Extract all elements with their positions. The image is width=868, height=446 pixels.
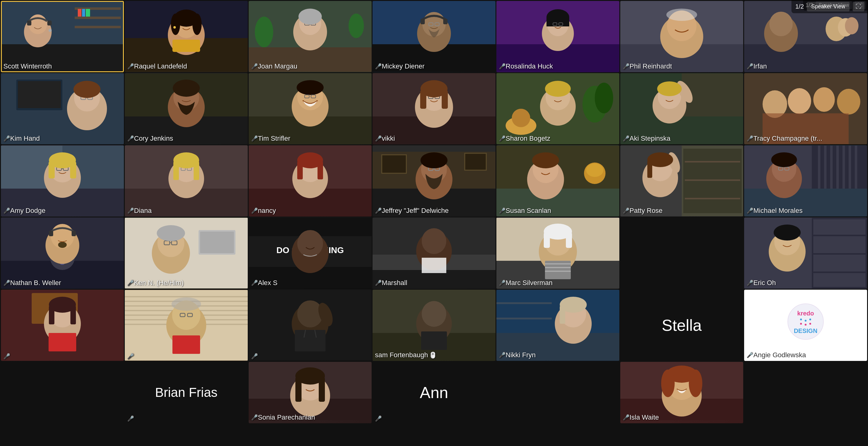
svg-point-67 bbox=[73, 81, 100, 98]
video-cell-sonia[interactable]: 🎤 Sonia Parechanian bbox=[249, 362, 372, 423]
svg-rect-246 bbox=[125, 296, 248, 297]
video-cell-rosalinda[interactable]: 🎤 Rosalinda Huck bbox=[496, 1, 619, 72]
video-cell-jeffrey[interactable]: 🎤 Jeffrey "Jeff" Delwiche bbox=[373, 145, 495, 217]
video-cell-sam[interactable]: sam Fortenbaugh 🖱️ bbox=[373, 290, 495, 361]
video-cell-vikki[interactable]: 🎤 vikki bbox=[373, 73, 495, 145]
name-text-eric: Eric Oh bbox=[753, 279, 776, 287]
svg-rect-21 bbox=[173, 40, 200, 52]
video-cell-sharon[interactable]: 🎤 Sharon Bogetz bbox=[496, 73, 619, 145]
svg-point-302 bbox=[689, 370, 702, 397]
video-cell-mickey[interactable]: 🎤 Mickey Diener bbox=[373, 1, 495, 72]
svg-rect-295 bbox=[319, 377, 325, 402]
video-cell-marc[interactable]: 🎤 Marc Silverman bbox=[496, 218, 619, 289]
name-text-tim: Tim Strifler bbox=[258, 134, 290, 142]
video-cell-ann[interactable]: Ann 🎤 bbox=[373, 362, 495, 423]
name-text-mickey: Mickey Diener bbox=[382, 62, 425, 70]
video-cell-amy[interactable]: 🎤 Amy Dodge bbox=[1, 145, 124, 217]
video-cell-nathan[interactable]: g 🎤 Nathan B. Weller bbox=[1, 218, 124, 289]
name-label-tracy: 🎤 Tracy Champagne (tr... bbox=[747, 134, 822, 142]
mute-icon-mickey: 🎤 bbox=[375, 64, 380, 69]
mute-icon-r5c3: 🎤 bbox=[251, 354, 257, 359]
name-label-eric: 🎤 Eric Oh bbox=[747, 279, 776, 287]
mute-icon-joan: 🎤 bbox=[251, 64, 257, 69]
name-label-r5c1: 🎤 bbox=[3, 354, 10, 359]
name-label-kim: 🎤 Kim Hand bbox=[3, 134, 40, 142]
mute-icon-tim: 🎤 bbox=[251, 136, 257, 141]
video-cell-cory[interactable]: 🎤 Cory Jenkins bbox=[125, 73, 248, 145]
large-name-ann: Ann bbox=[373, 383, 495, 402]
name-label-ann: 🎤 bbox=[375, 416, 380, 421]
name-label-aki: 🎤 Aki Stepinska bbox=[623, 134, 670, 142]
svg-point-19 bbox=[192, 13, 202, 35]
video-cell-r5c2[interactable]: 🎤 bbox=[125, 290, 248, 361]
name-label-rosalinda: 🎤 Rosalinda Huck bbox=[499, 62, 553, 70]
name-label-scott: Scott Winterroth bbox=[3, 62, 52, 70]
svg-point-235 bbox=[774, 225, 801, 241]
video-cell-r5c3[interactable]: 🎤 bbox=[249, 290, 372, 361]
svg-rect-172 bbox=[818, 146, 820, 189]
svg-rect-142 bbox=[382, 155, 406, 173]
mute-icon-nathan: 🎤 bbox=[3, 280, 9, 286]
fullscreen-button[interactable]: ⛶ bbox=[852, 2, 864, 11]
video-cell-brian[interactable]: Brian Frias 🎤 bbox=[125, 362, 248, 423]
svg-rect-279 bbox=[560, 306, 565, 324]
name-label-brian: 🎤 bbox=[127, 416, 133, 421]
svg-rect-138 bbox=[297, 162, 303, 180]
video-cell-r5c1[interactable]: 🎤 bbox=[1, 290, 124, 361]
name-label-nancy: 🎤 nancy bbox=[251, 207, 276, 215]
mute-icon-michael: 🎤 bbox=[747, 208, 752, 214]
video-cell-nancy[interactable]: 🎤 nancy bbox=[249, 145, 372, 217]
video-cell-raquel[interactable]: 🎤 Raquel Landefeld bbox=[125, 1, 248, 72]
name-text-sonia: Sonia Parechanian bbox=[258, 413, 315, 421]
name-label-irfan: 🎤 Irfan bbox=[747, 62, 767, 70]
svg-point-287 bbox=[800, 323, 802, 325]
video-cell-ken[interactable]: 🎤 Ken N. (He/Him) bbox=[125, 218, 248, 289]
video-cell-joan[interactable]: 🎤 Joan Margau bbox=[249, 1, 372, 72]
video-cell-tracy[interactable]: 🎤 Tracy Champagne (tr... bbox=[744, 73, 867, 145]
video-cell-kim[interactable]: 🎤 Kim Hand bbox=[1, 73, 124, 145]
name-text-amy: Amy Dodge bbox=[10, 207, 45, 215]
svg-point-52 bbox=[666, 9, 697, 21]
mute-icon-angie: 🎤 bbox=[747, 352, 752, 358]
video-cell-susan[interactable]: 🎤 Susan Scanlan bbox=[496, 145, 619, 217]
video-cell-nikki[interactable]: 🎤 Nikki Fryn bbox=[496, 290, 619, 361]
svg-text:kredo: kredo bbox=[797, 310, 814, 317]
name-text-marc: Marc Silverman bbox=[506, 279, 553, 287]
mute-icon-aki: 🎤 bbox=[623, 136, 628, 141]
svg-rect-123 bbox=[70, 162, 76, 179]
name-text-alex: Alex S bbox=[258, 279, 278, 287]
speaker-view-button[interactable]: Speaker View bbox=[807, 2, 849, 11]
svg-rect-2 bbox=[75, 7, 121, 10]
video-cell-phil[interactable]: 🎤 Phil Reinhardt bbox=[620, 1, 743, 72]
name-text-tracy: Tracy Champagne (tr... bbox=[753, 134, 822, 142]
svg-point-109 bbox=[813, 87, 835, 112]
video-cell-isla[interactable]: 🎤 Isla Waite bbox=[620, 362, 743, 423]
name-text-isla: Isla Waite bbox=[629, 413, 659, 421]
mute-icon-r5c1: 🎤 bbox=[3, 354, 9, 359]
video-cell-marshall[interactable]: 🎤 Marshall bbox=[373, 218, 495, 289]
video-cell-alex[interactable]: DO SOMETHING GREAT 🎤 Alex S bbox=[249, 218, 372, 289]
video-cell-michael[interactable]: 🎤 Michael Morales bbox=[744, 145, 867, 217]
svg-point-270 bbox=[422, 301, 446, 327]
video-cell-diana[interactable]: 🎤 Diana bbox=[125, 145, 248, 217]
name-label-marshall: 🎤 Marshall bbox=[375, 279, 407, 287]
name-text-phil: Phil Reinhardt bbox=[629, 62, 672, 70]
svg-point-93 bbox=[595, 83, 613, 113]
svg-rect-7 bbox=[86, 9, 90, 17]
name-text-vikki: vikki bbox=[382, 134, 395, 142]
video-cell-patty[interactable]: 🎤 Patty Rose bbox=[620, 145, 743, 217]
svg-point-183 bbox=[771, 152, 797, 167]
mute-icon-phil: 🎤 bbox=[623, 64, 628, 69]
svg-rect-230 bbox=[813, 235, 866, 236]
video-cell-angie[interactable]: kredo DESIGN 🎤 Angie Godlewska bbox=[744, 290, 867, 361]
video-cell-stella[interactable]: Stella bbox=[620, 290, 743, 361]
video-cell-aki[interactable]: 🎤 Aki Stepinska bbox=[620, 73, 743, 145]
svg-rect-242 bbox=[70, 306, 76, 324]
svg-point-31 bbox=[299, 9, 322, 25]
name-text-nikki: Nikki Fryn bbox=[506, 351, 536, 359]
name-label-vikki: 🎤 vikki bbox=[375, 134, 395, 142]
video-cell-scott[interactable]: Scott Winterroth bbox=[1, 1, 124, 72]
video-cell-tim[interactable]: 🎤 Tim Strifler bbox=[249, 73, 372, 145]
video-cell-eric[interactable]: 🎤 Eric Oh bbox=[744, 218, 867, 289]
name-label-cory: 🎤 Cory Jenkins bbox=[127, 134, 173, 142]
